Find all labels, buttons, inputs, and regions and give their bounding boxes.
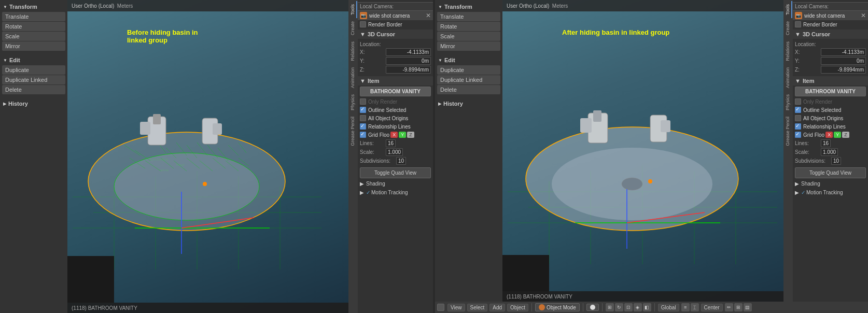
shading-collapse-right[interactable]: ▶ Shading bbox=[793, 179, 868, 188]
vtab-tools-left[interactable]: Tools bbox=[349, 1, 357, 18]
transform-section[interactable]: ▼ Transform bbox=[0, 2, 67, 11]
render-border-cb-right[interactable] bbox=[795, 21, 801, 27]
render-border-checkbox-left[interactable] bbox=[360, 21, 366, 27]
relationship-cb-right[interactable] bbox=[795, 123, 801, 130]
icon-btn-5[interactable]: ◧ bbox=[643, 303, 651, 311]
icon-btn-3[interactable]: ⊡ bbox=[624, 303, 633, 311]
delete-btn[interactable]: Delete bbox=[2, 85, 65, 94]
sep2 bbox=[583, 303, 583, 311]
icon-btn-1[interactable]: ⊞ bbox=[606, 303, 614, 311]
vtab-physics-right[interactable]: Physics bbox=[784, 91, 792, 113]
duplicate-linked-btn-r[interactable]: Duplicate Linked bbox=[437, 75, 500, 84]
y-value-left[interactable]: 0m bbox=[386, 57, 431, 65]
axis-x-left[interactable]: X bbox=[390, 132, 398, 138]
select-btn[interactable]: Select bbox=[467, 304, 488, 311]
y-value-right[interactable]: 0m bbox=[821, 57, 866, 65]
header-text-right: User Ortho (Local) bbox=[507, 3, 549, 9]
vtab-grease-right[interactable]: Grease Pencil bbox=[784, 113, 792, 149]
relationship-cb-left[interactable] bbox=[360, 123, 366, 130]
edit-section[interactable]: ▼ Edit bbox=[0, 55, 67, 65]
delete-btn-r[interactable]: Delete bbox=[437, 85, 500, 94]
z-value-right[interactable]: -9.8994mm bbox=[821, 66, 866, 74]
icon-btn-6[interactable]: ≡ bbox=[681, 303, 690, 311]
lines-val-left[interactable]: 16 bbox=[386, 139, 396, 147]
vtab-animation-right[interactable]: Animation bbox=[784, 64, 792, 91]
toggle-quad-left[interactable]: Toggle Quad View bbox=[360, 167, 431, 178]
add-btn[interactable]: Add bbox=[489, 304, 505, 311]
vtab-physics-left[interactable]: Physics bbox=[349, 91, 357, 113]
edit-section-r[interactable]: ▼ Edit bbox=[435, 55, 502, 65]
motion-check-right[interactable]: ✓ bbox=[801, 190, 805, 195]
icon-btn-2[interactable]: ↻ bbox=[615, 303, 623, 311]
sep1 bbox=[531, 303, 532, 311]
axis-x-right[interactable]: X bbox=[825, 132, 833, 138]
right-panel-right: Local Camera: 📷 wide shot camera ✕ Rende… bbox=[793, 0, 868, 313]
origins-cb-right[interactable] bbox=[795, 115, 801, 121]
item-btn-left[interactable]: BATHROOM VANITY bbox=[360, 87, 431, 96]
vtab-grease-left[interactable]: Grease Pencil bbox=[349, 113, 357, 149]
axis-z-right[interactable]: Z bbox=[842, 132, 849, 138]
subdiv-val-left[interactable]: 10 bbox=[396, 157, 406, 165]
duplicate-btn[interactable]: Duplicate bbox=[2, 65, 65, 75]
duplicate-linked-btn[interactable]: Duplicate Linked bbox=[2, 75, 65, 84]
x-value-right[interactable]: -4.1133m bbox=[821, 48, 866, 56]
icon-btn-10[interactable]: ▤ bbox=[744, 303, 752, 311]
scale-btn[interactable]: Scale bbox=[2, 32, 65, 41]
center-btn[interactable]: Center bbox=[701, 304, 723, 311]
icon-btn-4[interactable]: ◈ bbox=[634, 303, 642, 311]
viewport-icon-btn[interactable] bbox=[437, 304, 444, 311]
cam-close-left[interactable]: ✕ bbox=[426, 12, 431, 19]
z-value-left[interactable]: -9.8994mm bbox=[386, 66, 431, 74]
item-btn-right[interactable]: BATHROOM VANITY bbox=[795, 87, 866, 96]
view-btn[interactable]: View bbox=[447, 304, 465, 311]
scale-val-right[interactable]: 1.000 bbox=[821, 148, 838, 156]
global-btn[interactable]: Global bbox=[658, 304, 679, 311]
item-header-right[interactable]: ▼ Item bbox=[793, 76, 868, 86]
translate-btn-r[interactable]: Translate bbox=[437, 12, 500, 21]
axis-z-left[interactable]: Z bbox=[407, 132, 414, 138]
vtab-relations-left[interactable]: Relations bbox=[349, 38, 357, 64]
axis-y-right[interactable]: Y bbox=[834, 132, 841, 138]
icon-btn-7[interactable]: ⌶ bbox=[691, 303, 699, 311]
vtab-tools-right[interactable]: Tools bbox=[784, 1, 792, 18]
shading-collapse-left[interactable]: ▶ Shading bbox=[358, 179, 433, 188]
rotate-btn[interactable]: Rotate bbox=[2, 22, 65, 31]
cursor-3d-header-right[interactable]: ▼ 3D Cursor bbox=[793, 30, 868, 39]
scale-btn-r[interactable]: Scale bbox=[437, 32, 500, 41]
history-section-r[interactable]: ▶ History bbox=[435, 99, 502, 108]
scale-val-left[interactable]: 1.000 bbox=[386, 148, 403, 156]
history-section[interactable]: ▶ History bbox=[0, 99, 67, 108]
only-render-cb-right[interactable] bbox=[795, 98, 801, 105]
axis-y-left[interactable]: Y bbox=[399, 132, 406, 138]
vtab-animation-left[interactable]: Animation bbox=[349, 64, 357, 91]
vtab-create-right[interactable]: Create bbox=[784, 18, 792, 38]
icon-btn-8[interactable]: ✏ bbox=[725, 303, 733, 311]
motion-check-left[interactable]: ✓ bbox=[366, 190, 370, 195]
duplicate-btn-r[interactable]: Duplicate bbox=[437, 65, 500, 75]
vtab-relations-right[interactable]: Relations bbox=[784, 38, 792, 64]
item-header-left[interactable]: ▼ Item bbox=[358, 76, 433, 86]
cursor-3d-header-left[interactable]: ▼ 3D Cursor bbox=[358, 30, 433, 39]
grid-cb-left[interactable] bbox=[360, 132, 366, 138]
grid-cb-right[interactable] bbox=[795, 132, 801, 138]
subdiv-val-right[interactable]: 10 bbox=[831, 157, 841, 165]
object-btn[interactable]: Object bbox=[507, 304, 528, 311]
icon-btn-9[interactable]: ⊞ bbox=[734, 303, 743, 311]
svg-rect-57 bbox=[661, 120, 670, 132]
outline-cb-left[interactable] bbox=[360, 107, 366, 113]
lines-val-right[interactable]: 16 bbox=[821, 139, 831, 147]
only-render-cb-left[interactable] bbox=[360, 98, 366, 105]
toggle-quad-right[interactable]: Toggle Quad View bbox=[795, 167, 866, 178]
translate-btn[interactable]: Translate bbox=[2, 12, 65, 21]
origins-cb-left[interactable] bbox=[360, 115, 366, 121]
x-value-left[interactable]: -4.1133m bbox=[386, 48, 431, 56]
mode-btn[interactable]: Object Mode bbox=[535, 303, 580, 311]
mirror-btn[interactable]: Mirror bbox=[2, 41, 65, 51]
vtab-create-left[interactable]: Create bbox=[349, 18, 357, 38]
cam-close-right[interactable]: ✕ bbox=[861, 12, 866, 19]
shading-dot[interactable] bbox=[586, 304, 599, 311]
rotate-btn-r[interactable]: Rotate bbox=[437, 22, 500, 31]
outline-cb-right[interactable] bbox=[795, 107, 801, 113]
transform-section-r[interactable]: ▼ Transform bbox=[435, 2, 502, 11]
mirror-btn-r[interactable]: Mirror bbox=[437, 41, 500, 51]
